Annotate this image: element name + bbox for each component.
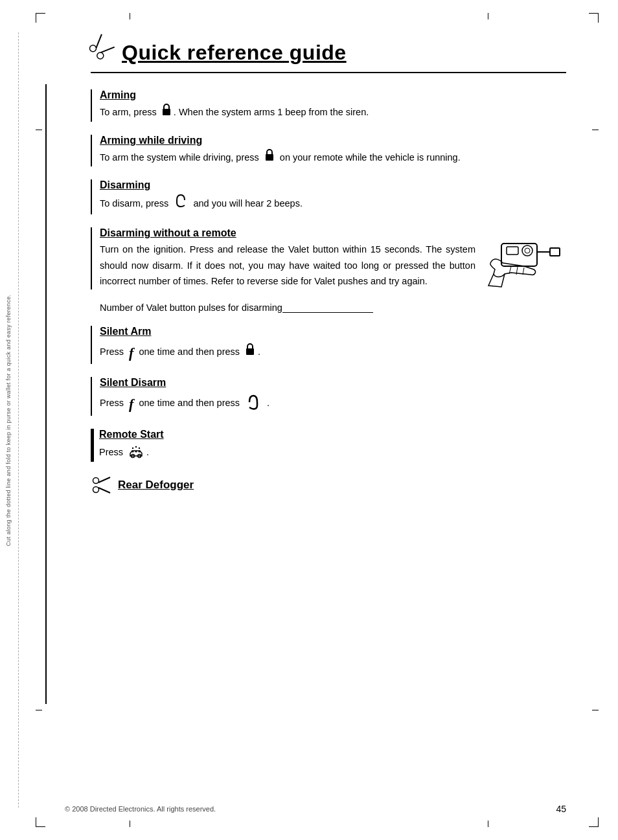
svg-point-22 bbox=[139, 447, 140, 448]
section-body-arming-driving: To arm the system while driving, press o… bbox=[100, 149, 566, 167]
lock-icon bbox=[161, 103, 172, 121]
svg-point-20 bbox=[132, 447, 133, 448]
svg-rect-16 bbox=[246, 348, 254, 355]
svg-point-0 bbox=[88, 44, 97, 53]
section-body-silent-disarm: Press f one time and then press . bbox=[100, 391, 566, 415]
section-title-rear-defogger: Rear Defogger bbox=[118, 479, 194, 492]
tick-left-top bbox=[36, 130, 42, 130]
func-icon-silent-arm: f bbox=[129, 341, 133, 365]
section-arming-driving: Arming while driving To arm the system w… bbox=[91, 135, 566, 167]
cut-line bbox=[18, 32, 19, 808]
left-bar bbox=[45, 84, 47, 704]
section-rear-defogger: Rear Defogger bbox=[91, 475, 566, 498]
cut-line-label: Cut along the dotted line and fold to ke… bbox=[5, 294, 12, 546]
corner-mark-tr bbox=[589, 13, 599, 23]
func-icon-silent-disarm: f bbox=[129, 392, 133, 416]
svg-line-27 bbox=[98, 477, 110, 482]
tick-left-bottom bbox=[36, 710, 42, 710]
page-footer: © 2008 Directed Electronics. All rights … bbox=[65, 804, 566, 814]
scissors-icon-bottom bbox=[91, 475, 111, 498]
copyright-text: © 2008 Directed Electronics. All rights … bbox=[65, 805, 216, 813]
section-title-silent-arm: Silent Arm bbox=[100, 326, 566, 337]
page: Cut along the dotted line and fold to ke… bbox=[0, 0, 618, 840]
svg-point-25 bbox=[93, 478, 99, 484]
svg-line-28 bbox=[98, 488, 110, 493]
section-body-disarming-no-remote: Turn on the ignition. Press and release … bbox=[100, 242, 475, 289]
section-body-remote-start: Press . bbox=[99, 443, 566, 462]
section-arming: Arming To arm, press . When the system a… bbox=[91, 89, 566, 122]
section-title-arming: Arming bbox=[100, 89, 566, 101]
section-body-disarming: To disarm, press and you will hear 2 bee… bbox=[100, 194, 566, 214]
svg-point-9 bbox=[522, 245, 532, 256]
tick-top-left bbox=[130, 13, 130, 19]
svg-rect-5 bbox=[266, 154, 273, 161]
section-disarming-no-remote: Disarming without a remote Turn on the i… bbox=[91, 227, 566, 289]
page-number: 45 bbox=[556, 804, 566, 814]
section-body-silent-arm: Press f one time and then press . bbox=[100, 340, 566, 364]
section-title-silent-disarm: Silent Disarm bbox=[100, 377, 566, 389]
scissors-icon bbox=[84, 32, 120, 68]
disarm-icon bbox=[174, 194, 188, 214]
tick-bottom-right bbox=[488, 821, 488, 827]
tick-right-bottom bbox=[592, 710, 599, 710]
disarm-icon-silent bbox=[246, 394, 261, 416]
svg-rect-4 bbox=[163, 109, 170, 115]
svg-point-1 bbox=[96, 51, 105, 60]
svg-rect-12 bbox=[550, 248, 560, 256]
svg-point-26 bbox=[93, 487, 99, 493]
corner-mark-tl bbox=[36, 13, 45, 23]
valet-pulses-text: Number of Valet button pulses for disarm… bbox=[100, 302, 282, 313]
main-content: Quick reference guide Arming To arm, pre… bbox=[91, 39, 566, 498]
valet-pulses-blank bbox=[282, 305, 373, 313]
lock-icon-driving bbox=[264, 148, 275, 166]
tick-top-right bbox=[488, 13, 488, 19]
corner-mark-br bbox=[589, 817, 599, 827]
section-title-disarming: Disarming bbox=[100, 179, 566, 191]
tick-bottom-left bbox=[130, 821, 130, 827]
section-body-arming: To arm, press . When the system arms 1 b… bbox=[100, 104, 566, 122]
svg-point-10 bbox=[525, 248, 530, 253]
section-disarming: Disarming To disarm, press and you will … bbox=[91, 179, 566, 214]
page-title: Quick reference guide bbox=[122, 41, 347, 65]
section-remote-start: Remote Start Press bbox=[91, 429, 566, 462]
svg-point-21 bbox=[135, 446, 137, 447]
lock-icon-silent-arm bbox=[245, 343, 255, 361]
section-title-remote-start: Remote Start bbox=[99, 429, 566, 440]
section-title-arming-driving: Arming while driving bbox=[100, 135, 566, 146]
section-silent-disarm: Silent Disarm Press f one time and then … bbox=[91, 377, 566, 415]
page-header: Quick reference guide bbox=[91, 39, 566, 73]
remote-start-icon bbox=[128, 444, 144, 464]
svg-rect-8 bbox=[507, 247, 518, 255]
valet-button-image bbox=[482, 234, 566, 305]
tick-right-top bbox=[592, 130, 599, 130]
section-silent-arm: Silent Arm Press f one time and then pre… bbox=[91, 326, 566, 364]
corner-mark-bl bbox=[36, 817, 45, 827]
